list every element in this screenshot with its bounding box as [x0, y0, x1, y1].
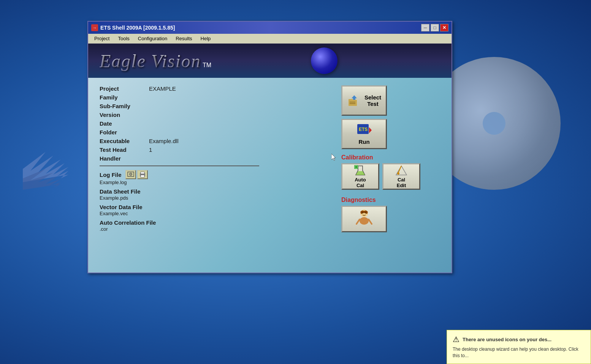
- autocorrelation-row: Auto Correlation File .cor: [100, 219, 330, 232]
- notification-body: The desktop cleanup wizard can help you …: [453, 346, 585, 359]
- project-value: EXAMPLE: [149, 85, 176, 92]
- family-label: Family: [100, 94, 149, 101]
- svg-line-26: [369, 219, 372, 224]
- calibration-buttons: AutoCal CalEdit: [341, 163, 440, 190]
- run-icon: ETS: [357, 123, 372, 137]
- logfile-print-button[interactable]: [137, 170, 148, 179]
- executable-value: Example.dll: [149, 138, 179, 144]
- close-button[interactable]: ✕: [440, 24, 448, 32]
- svg-marker-15: [369, 127, 372, 133]
- buttons-panel: SelectTest ETS Run Calibration: [341, 85, 440, 235]
- executable-row: Executable Example.dll: [100, 138, 330, 144]
- info-panel: Project EXAMPLE Family Sub-Family Versio…: [100, 85, 330, 235]
- window-title: ETS Shell 2009A [2009.1.5.85]: [100, 25, 419, 31]
- auto-cal-icon: [354, 165, 366, 176]
- main-window: → ETS Shell 2009A [2009.1.5.85] ─ □ ✕ Pr…: [87, 21, 452, 273]
- project-row: Project EXAMPLE: [100, 85, 330, 92]
- logfile-view-button[interactable]: [125, 170, 136, 179]
- logo-area: Eagle Vision TM: [88, 44, 452, 78]
- svg-text:ETS: ETS: [359, 127, 368, 132]
- project-label: Project: [100, 85, 149, 92]
- notification-balloon: ⚠ There are unused icons on your des... …: [447, 330, 591, 364]
- file-section: Log File: [100, 170, 330, 232]
- notification-header: ⚠ There are unused icons on your des...: [453, 335, 585, 344]
- blue-sphere-decoration: [311, 47, 337, 74]
- svg-marker-29: [331, 154, 336, 161]
- autocorrelation-label: Auto Correlation File: [100, 219, 330, 226]
- logfile-value: Example.log: [100, 180, 330, 185]
- notification-title: There are unused icons on your des...: [463, 337, 551, 342]
- date-row: Date: [100, 120, 330, 127]
- logo-text: Eagle Vision: [100, 50, 201, 71]
- subfamily-row: Sub-Family: [100, 103, 330, 109]
- svg-rect-10: [349, 99, 353, 101]
- auto-cal-label: AutoCal: [355, 177, 366, 188]
- window-controls: ─ □ ✕: [421, 24, 448, 32]
- testhead-row: Test Head 1: [100, 147, 330, 153]
- menu-results[interactable]: Results: [172, 35, 196, 43]
- logfile-row: Log File: [100, 170, 330, 185]
- vectordata-row: Vector Data File Example.vec: [100, 204, 330, 216]
- menu-configuration[interactable]: Configuration: [134, 35, 171, 43]
- menu-tools[interactable]: Tools: [114, 35, 133, 43]
- version-label: Version: [100, 112, 149, 118]
- datasheet-row: Data Sheet File Example.pds: [100, 188, 330, 201]
- title-bar: → ETS Shell 2009A [2009.1.5.85] ─ □ ✕: [88, 22, 452, 34]
- calibration-title: Calibration: [341, 154, 440, 161]
- svg-rect-9: [349, 100, 357, 106]
- datasheet-value: Example.pds: [100, 195, 330, 201]
- mouse-cursor: [331, 154, 336, 161]
- cal-edit-label: CalEdit: [397, 177, 406, 188]
- menu-bar: Project Tools Configuration Results Help: [88, 34, 452, 44]
- svg-line-21: [398, 166, 401, 173]
- svg-point-27: [362, 212, 363, 213]
- folder-label: Folder: [100, 129, 149, 136]
- menu-project[interactable]: Project: [90, 35, 113, 43]
- minimize-button[interactable]: ─: [421, 24, 429, 32]
- cal-edit-icon: [395, 165, 407, 176]
- print-icon: [139, 172, 146, 178]
- testhead-value: 1: [149, 147, 152, 153]
- view-icon: [127, 172, 134, 178]
- subfamily-label: Sub-Family: [100, 103, 149, 109]
- svg-rect-6: [141, 172, 144, 174]
- cal-edit-button[interactable]: CalEdit: [382, 163, 420, 190]
- menu-help[interactable]: Help: [197, 35, 215, 43]
- executable-label: Executable: [100, 138, 149, 144]
- handler-label: Handler: [100, 155, 149, 162]
- diagnostics-section: Diagnostics: [341, 197, 440, 232]
- handler-row: Handler: [100, 155, 330, 162]
- svg-rect-7: [141, 175, 144, 177]
- divider: [100, 165, 259, 166]
- diagnostics-button[interactable]: [341, 206, 387, 232]
- calibration-section: Calibration: [341, 154, 440, 190]
- svg-point-4: [130, 174, 131, 175]
- content-area: Eagle Vision TM Project EXAMPLE Family: [88, 44, 452, 273]
- vectordata-label: Vector Data File: [100, 204, 330, 210]
- autocorrelation-value: .cor: [100, 226, 330, 232]
- logfile-icons: [125, 170, 148, 179]
- select-test-button[interactable]: SelectTest: [341, 85, 387, 116]
- folder-row: Folder: [100, 129, 330, 136]
- svg-point-22: [397, 172, 399, 175]
- run-label: Run: [358, 139, 369, 145]
- maximize-button[interactable]: □: [431, 24, 439, 32]
- auto-cal-button[interactable]: AutoCal: [341, 163, 379, 190]
- decorative-spikes: [23, 144, 68, 220]
- diagnostics-title: Diagnostics: [341, 197, 440, 203]
- datasheet-label: Data Sheet File: [100, 188, 330, 195]
- run-button[interactable]: ETS Run: [341, 119, 387, 149]
- svg-line-25: [357, 219, 360, 224]
- svg-point-28: [365, 212, 366, 213]
- version-row: Version: [100, 112, 330, 118]
- svg-point-24: [360, 217, 369, 225]
- logfile-label: Log File: [100, 172, 122, 178]
- family-row: Family: [100, 94, 330, 101]
- select-test-label: SelectTest: [364, 94, 381, 107]
- testhead-label: Test Head: [100, 147, 149, 153]
- date-label: Date: [100, 120, 149, 127]
- vectordata-value: Example.vec: [100, 211, 330, 216]
- logo: Eagle Vision TM: [100, 50, 211, 71]
- app-icon: →: [91, 24, 98, 31]
- logo-trademark: TM: [203, 62, 211, 69]
